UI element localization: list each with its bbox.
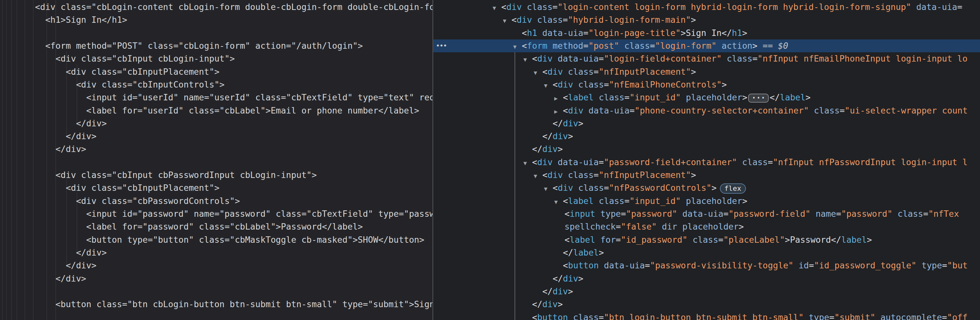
code-token: method [553, 41, 584, 51]
code-token: "nfInput nfPasswordInput login-input l [773, 157, 967, 167]
source-code-line[interactable]: <button class="btn cbLogin-button btn-su… [0, 298, 433, 311]
code-token: > [752, 41, 757, 51]
source-code-line[interactable]: </div> [0, 259, 433, 272]
code-token: placeholder [686, 196, 742, 206]
source-code-line[interactable]: </div> [0, 272, 433, 285]
source-code-line[interactable]: <div class="cbInputPlacement"> [0, 182, 433, 194]
source-code-line[interactable] [0, 285, 433, 298]
expand-arrow-down-icon[interactable]: ▼ [534, 170, 542, 182]
dom-tree-row[interactable]: <button class="btn login-button btn-subm… [433, 311, 980, 320]
expand-arrow-down-icon[interactable]: ▼ [554, 196, 563, 208]
code-token: = [553, 2, 558, 12]
code-token: = [752, 54, 757, 63]
code-token: = [629, 106, 635, 116]
source-code-line[interactable]: <div class="cbInput cbLogin-input"> [0, 52, 433, 65]
expand-arrow-down-icon[interactable]: ▼ [513, 40, 522, 53]
dom-tree-row[interactable]: </div> [433, 272, 980, 285]
code-token: h1 [732, 28, 742, 38]
source-code-line[interactable]: <input id="userId" name="userId" class="… [0, 91, 433, 104]
dom-tree-row[interactable]: </div> [433, 130, 980, 143]
code-token [573, 183, 578, 193]
code-token: h1 [527, 28, 537, 38]
source-code-line[interactable]: <div class="cbLogin-content cbLogin-form… [0, 1, 433, 13]
code-token: > [599, 247, 604, 257]
code-token: "submit" [834, 312, 875, 320]
code-token: < [565, 235, 570, 245]
dom-tree-row[interactable]: ▼<label class="input_id" placeholder> [433, 195, 980, 208]
dom-tree-row[interactable]: </div> [433, 117, 980, 130]
code-token [599, 260, 604, 270]
expand-arrow-down-icon[interactable]: ▼ [523, 157, 532, 170]
dom-tree-row[interactable]: </div> [433, 285, 980, 298]
dom-tree-row[interactable]: <button data-uia="password-visibility-to… [433, 259, 980, 272]
dom-tree-row-selected[interactable]: •••▼<form method="post" class="login-for… [433, 40, 980, 52]
source-code-lines: <div class="cbLogin-content cbLogin-form… [0, 0, 433, 311]
expand-arrow-down-icon[interactable]: ▼ [534, 67, 542, 79]
source-code-line[interactable]: <form method="POST" class="cbLogin-form"… [0, 40, 433, 52]
more-actions-icon[interactable]: ••• [436, 40, 447, 52]
dom-tree-row[interactable]: spellcheck="false" dir placeholder> [433, 220, 980, 233]
source-code-line[interactable]: <div class="cbInputControls"> [0, 78, 433, 91]
source-code-line[interactable]: </div> [0, 117, 433, 130]
source-code-line[interactable]: <div class="cbInput cbPasswordInput cbLo… [0, 169, 433, 182]
code-token: "nfPasswordControls" [609, 183, 711, 193]
dom-tree-row[interactable]: </div> [433, 298, 980, 311]
code-token: class [897, 209, 923, 219]
dom-tree-row[interactable]: ▼<div data-uia="login-field+container" c… [433, 52, 980, 65]
expand-arrow-right-icon[interactable]: ▶ [554, 105, 563, 118]
dom-tree-row[interactable]: ▶<div data-uia="phone-country-selector+c… [433, 104, 980, 117]
code-token: label [573, 247, 599, 257]
expand-arrow-down-icon[interactable]: ▼ [493, 2, 501, 14]
dom-tree-row[interactable]: ▼<div data-uia="password-field+container… [433, 156, 980, 169]
code-token [568, 312, 573, 320]
dom-tree-row[interactable]: <input type="password" data-uia="passwor… [433, 208, 980, 220]
source-code-line[interactable] [0, 27, 433, 40]
dom-tree-row[interactable]: <label for="id_password" class="placeLab… [433, 233, 980, 246]
dom-tree-row[interactable]: ▼<div class="nfInputPlacement"> [433, 169, 980, 182]
dom-tree-row[interactable]: ▼<div class="hybrid-login-form-main"> [433, 13, 980, 26]
code-token: "btn login-button btn-submit btn-small" [604, 312, 803, 320]
source-code-line[interactable]: <button type="button" class="cbMaskToggl… [0, 233, 433, 246]
dom-tree-row[interactable]: ▼<div class="login-content login-form hy… [433, 1, 980, 13]
source-code-line[interactable]: <label for="password" class="cbLabel">Pa… [0, 220, 433, 233]
code-token: button [568, 260, 599, 270]
code-token: div [542, 144, 558, 154]
code-token: label [841, 235, 867, 245]
code-token: "password" [841, 209, 892, 219]
code-token: > [785, 235, 790, 245]
expand-arrow-right-icon[interactable]: ▶ [554, 92, 563, 105]
dom-tree-row[interactable]: ▼<div class="nfInputPlacement"> [433, 65, 980, 78]
dom-tree-row[interactable]: ▼<div class="nfEmailPhoneControls"> [433, 78, 980, 91]
collapsed-content-ellipsis[interactable]: ··· [748, 93, 768, 103]
code-token: data-uia [604, 260, 645, 270]
code-token: div [506, 2, 522, 12]
code-token: </ [542, 286, 553, 296]
source-code-line[interactable]: <div class="cbInputPlacement"> [0, 65, 433, 78]
source-code-line[interactable]: <h1>Sign In</h1> [0, 13, 433, 26]
code-token [657, 222, 662, 231]
flex-badge[interactable]: flex [720, 184, 746, 194]
source-code-line[interactable]: </div> [0, 143, 433, 155]
dom-tree-row[interactable]: </div> [433, 143, 980, 155]
code-token: "but [947, 260, 968, 270]
expand-arrow-down-icon[interactable]: ▼ [544, 182, 553, 195]
source-code-line[interactable]: <div class="cbPasswordControls"> [0, 195, 433, 208]
expand-arrow-down-icon[interactable]: ▼ [523, 53, 532, 66]
source-code-line[interactable]: </div> [0, 130, 433, 143]
code-token: > [739, 222, 744, 231]
source-code-line[interactable] [0, 156, 433, 169]
source-code-line[interactable]: <input id="password" name="password" cla… [0, 208, 433, 220]
dom-tree-row[interactable]: <h1 data-uia="login-page-title">Sign In<… [433, 27, 980, 40]
code-token [522, 2, 527, 12]
dom-tree-row[interactable]: ▼<div class="nfPasswordControls">flex [433, 182, 980, 194]
expand-arrow-down-icon[interactable]: ▼ [544, 79, 553, 92]
source-code-line[interactable]: </div> [0, 246, 433, 259]
dom-tree-row[interactable]: ▶<label class="input_id" placeholder>···… [433, 91, 980, 104]
source-code-line[interactable]: <label for="userId" class="cbLabel">Emai… [0, 104, 433, 117]
code-token: "nfTex [928, 209, 959, 219]
code-token: = [836, 209, 841, 219]
code-token: = [718, 235, 724, 245]
expand-arrow-down-icon[interactable]: ▼ [503, 14, 512, 27]
code-token: Sign In [686, 28, 722, 38]
dom-tree-row[interactable]: </label> [433, 246, 980, 259]
